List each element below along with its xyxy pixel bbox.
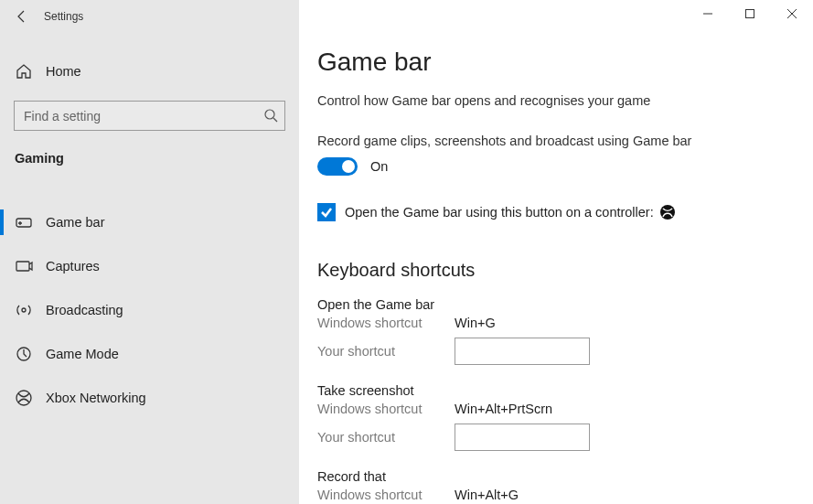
page-subtitle: Control how Game bar opens and recognise…: [317, 93, 795, 108]
shortcut-group-take-screenshot: Take screenshot Windows shortcut Win+Alt…: [317, 383, 795, 451]
shortcut-group-open-gamebar: Open the Game bar Windows shortcut Win+G…: [317, 297, 795, 365]
gamebar-icon: [15, 213, 33, 231]
nav-list: Game bar Captures Broadcasting Game Mode: [0, 200, 299, 420]
broadcasting-icon: [15, 301, 33, 319]
maximize-button[interactable]: [729, 0, 771, 27]
windows-shortcut-value: Win+Alt+G: [455, 488, 519, 502]
page-title: Game bar: [317, 48, 795, 77]
your-shortcut-input[interactable]: [455, 424, 590, 451]
home-label: Home: [46, 64, 81, 79]
shortcut-title: Record that: [317, 469, 795, 484]
shortcut-title: Open the Game bar: [317, 297, 795, 312]
svg-point-7: [660, 205, 675, 220]
sidebar: Settings Home Gaming Game bar: [0, 0, 299, 504]
titlebar: Settings: [0, 0, 299, 33]
nav-label: Game bar: [46, 215, 104, 230]
home-link[interactable]: Home: [0, 53, 299, 90]
xbox-networking-icon: [15, 389, 33, 407]
svg-rect-6: [746, 10, 754, 18]
content-pane: Game bar Control how Game bar opens and …: [299, 0, 813, 504]
captures-icon: [15, 257, 33, 275]
windows-shortcut-label: Windows shortcut: [317, 402, 455, 416]
your-shortcut-input[interactable]: [455, 338, 590, 365]
nav-item-game-bar[interactable]: Game bar: [0, 200, 299, 244]
home-icon: [15, 62, 33, 80]
nav-item-xbox-networking[interactable]: Xbox Networking: [0, 376, 299, 420]
windows-shortcut-value: Win+G: [455, 316, 496, 330]
shortcut-title: Take screenshot: [317, 383, 795, 398]
nav-label: Broadcasting: [46, 303, 123, 317]
controller-checkbox-label: Open the Game bar using this button on a…: [345, 204, 676, 220]
close-button[interactable]: [771, 0, 813, 27]
minimize-button[interactable]: [687, 0, 729, 27]
toggle-state-text: On: [370, 159, 388, 174]
your-shortcut-label: Your shortcut: [317, 344, 455, 359]
nav-label: Game Mode: [46, 347, 119, 361]
window-controls: [687, 0, 813, 27]
nav-item-game-mode[interactable]: Game Mode: [0, 332, 299, 376]
nav-label: Xbox Networking: [46, 391, 146, 405]
svg-point-3: [22, 308, 26, 312]
svg-rect-2: [16, 262, 29, 271]
nav-item-captures[interactable]: Captures: [0, 244, 299, 288]
nav-item-broadcasting[interactable]: Broadcasting: [0, 288, 299, 332]
record-toggle-row: On: [317, 157, 795, 176]
your-shortcut-label: Your shortcut: [317, 430, 455, 445]
controller-checkbox-row: Open the Game bar using this button on a…: [317, 203, 795, 221]
search-wrap: [14, 101, 285, 131]
checkbox-text: Open the Game bar using this button on a…: [345, 205, 654, 220]
back-button[interactable]: [4, 0, 40, 33]
nav-label: Captures: [46, 259, 100, 273]
record-toggle[interactable]: [317, 157, 358, 176]
record-label: Record game clips, screenshots and broad…: [317, 134, 795, 148]
windows-shortcut-value: Win+Alt+PrtScrn: [455, 402, 552, 416]
shortcut-group-record-that: Record that Windows shortcut Win+Alt+G: [317, 469, 795, 502]
keyboard-shortcuts-heading: Keyboard shortcuts: [317, 260, 795, 281]
search-input[interactable]: [14, 101, 285, 131]
window-title: Settings: [40, 10, 83, 23]
gamemode-icon: [15, 345, 33, 363]
controller-checkbox[interactable]: [317, 203, 336, 221]
svg-point-5: [16, 391, 31, 405]
xbox-icon: [659, 204, 676, 220]
category-heading: Gaming: [0, 131, 299, 175]
windows-shortcut-label: Windows shortcut: [317, 488, 455, 502]
windows-shortcut-label: Windows shortcut: [317, 316, 455, 330]
